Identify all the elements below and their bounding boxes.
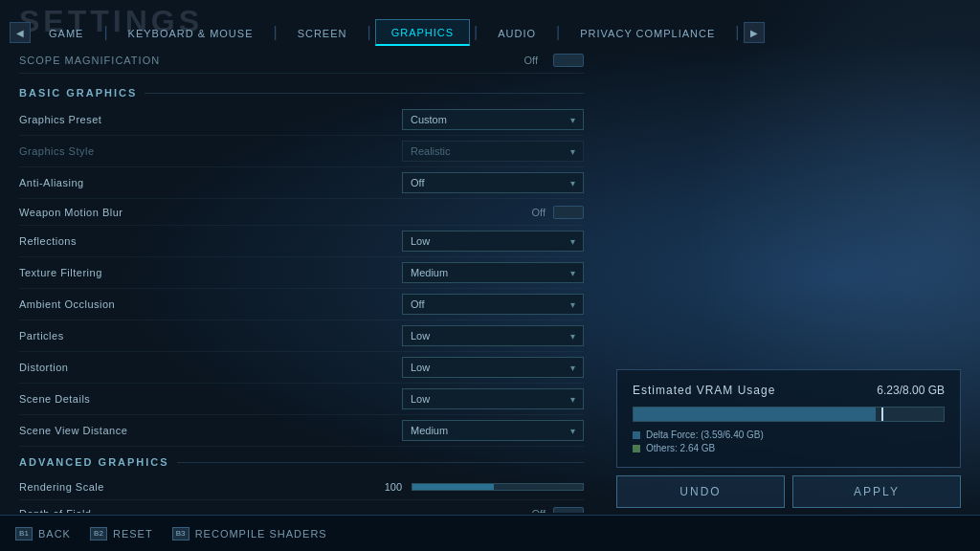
scene-details-select[interactable]: Low ▾ — [402, 388, 584, 409]
chevron-icon-5: ▾ — [570, 268, 575, 278]
chevron-icon-7: ▾ — [570, 331, 575, 342]
distortion-label: Distortion — [19, 362, 68, 373]
nav-divider-3: | — [365, 24, 372, 41]
texture-filtering-row: Texture Filtering Medium ▾ — [19, 257, 584, 289]
advanced-graphics-header: Advanced Graphics — [19, 447, 584, 474]
nav-divider-6: | — [733, 24, 741, 41]
action-buttons: Undo Apply — [616, 475, 961, 508]
recompile-label: Recompile Shaders — [195, 528, 327, 540]
graphics-style-select[interactable]: Realistic ▾ — [402, 141, 584, 162]
right-panel: Estimated VRAM Usage 6.23/8.00 GB Delta … — [616, 369, 961, 508]
weapon-motion-blur-row: Weapon Motion Blur Off — [19, 199, 584, 226]
chevron-icon-2: ▾ — [570, 146, 575, 157]
depth-of-field-toggle[interactable] — [553, 507, 584, 514]
recompile-key: B3 — [172, 527, 189, 540]
settings-content: Scope Magnification Off Basic Graphics G… — [0, 48, 603, 513]
basic-graphics-header: Basic Graphics — [19, 77, 584, 104]
distortion-select[interactable]: Low ▾ — [402, 357, 584, 378]
texture-filtering-select[interactable]: Medium ▾ — [402, 262, 584, 283]
scope-toggle[interactable] — [553, 54, 584, 67]
rendering-scale-row: Rendering Scale 100 — [19, 474, 584, 500]
back-button[interactable]: B1 Back — [15, 527, 71, 540]
vram-header: Estimated VRAM Usage 6.23/8.00 GB — [633, 384, 945, 397]
legend-dot-1 — [633, 431, 640, 439]
back-key: B1 — [15, 527, 33, 540]
chevron-icon-8: ▾ — [570, 363, 575, 373]
nav-divider-5: | — [554, 24, 562, 41]
apply-button[interactable]: Apply — [792, 475, 961, 508]
tab-audio[interactable]: Audio — [481, 19, 552, 46]
particles-label: Particles — [19, 330, 64, 342]
vram-bar-marker — [881, 408, 883, 421]
vram-legend-item-2: Others: 2.64 GB — [633, 443, 945, 453]
scene-details-row: Scene Details Low ▾ — [19, 384, 584, 415]
nav-right-button[interactable]: ▶ — [744, 22, 765, 43]
vram-legend-item-1: Delta Force: (3.59/6.40 GB) — [633, 430, 945, 440]
scene-details-label: Scene Details — [19, 393, 90, 405]
anti-aliasing-label: Anti-Aliasing — [19, 177, 84, 188]
rendering-scale-track[interactable] — [412, 483, 584, 491]
depth-of-field-toggle-row: Off — [532, 507, 584, 514]
vram-bar-track — [633, 407, 945, 422]
nav-divider-4: | — [472, 24, 479, 41]
scene-view-distance-label: Scene View Distance — [19, 425, 127, 436]
vram-legend-text-2: Others: 2.64 GB — [646, 443, 715, 453]
vram-legend-text-1: Delta Force: (3.59/6.40 GB) — [646, 430, 764, 440]
rendering-scale-value: 100 — [373, 481, 402, 493]
texture-filtering-label: Texture Filtering — [19, 267, 102, 278]
undo-button[interactable]: Undo — [616, 475, 785, 508]
distortion-row: Distortion Low ▾ — [19, 352, 584, 384]
ambient-occlusion-select[interactable]: Off ▾ — [402, 294, 584, 315]
navigation-bar: ◀ Game | Keyboard & Mouse | Screen | Gra… — [0, 17, 980, 48]
vram-section: Estimated VRAM Usage 6.23/8.00 GB Delta … — [616, 369, 961, 468]
scene-view-distance-row: Scene View Distance Medium ▾ — [19, 415, 584, 447]
depth-of-field-value: Off — [532, 508, 546, 514]
weapon-motion-blur-label: Weapon Motion Blur — [19, 207, 122, 218]
vram-value: 6.23/8.00 GB — [877, 384, 945, 397]
chevron-icon-4: ▾ — [570, 236, 575, 247]
graphics-preset-label: Graphics Preset — [19, 114, 101, 125]
chevron-icon-10: ▾ — [570, 426, 575, 436]
particles-row: Particles Low ▾ — [19, 320, 584, 352]
legend-dot-2 — [633, 445, 640, 452]
tab-privacy[interactable]: Privacy Compliance — [564, 19, 731, 46]
tab-keyboard[interactable]: Keyboard & Mouse — [112, 19, 270, 46]
chevron-icon-9: ▾ — [570, 394, 575, 405]
scope-value: Off — [524, 55, 538, 66]
graphics-preset-row: Graphics Preset Custom ▾ — [19, 104, 584, 136]
nav-divider-2: | — [271, 24, 278, 41]
bottom-bar: B1 Back B2 Reset B3 Recompile Shaders — [0, 515, 980, 551]
reset-button[interactable]: B2 Reset — [90, 527, 153, 540]
depth-of-field-label: Depth of Field — [19, 508, 91, 514]
nav-left-button[interactable]: ◀ — [10, 22, 31, 43]
tab-game[interactable]: Game — [33, 19, 100, 46]
scope-label: Scope Magnification — [19, 55, 160, 66]
tab-screen[interactable]: Screen — [281, 19, 364, 46]
reflections-label: Reflections — [19, 235, 77, 247]
graphics-style-row: Graphics Style Realistic ▾ — [19, 136, 584, 167]
scene-view-distance-select[interactable]: Medium ▾ — [402, 420, 584, 441]
ambient-occlusion-row: Ambient Occlusion Off ▾ — [19, 289, 584, 320]
reflections-select[interactable]: Low ▾ — [402, 231, 584, 252]
chevron-icon-3: ▾ — [570, 178, 575, 188]
back-label: Back — [38, 528, 71, 540]
reflections-row: Reflections Low ▾ — [19, 226, 584, 257]
weapon-motion-blur-value: Off — [532, 207, 546, 218]
recompile-button[interactable]: B3 Recompile Shaders — [172, 527, 327, 540]
chevron-icon: ▾ — [570, 115, 575, 125]
weapon-motion-blur-toggle-row: Off — [532, 206, 584, 219]
nav-divider-1: | — [101, 24, 109, 41]
tab-graphics[interactable]: Graphics — [375, 19, 470, 46]
weapon-motion-blur-toggle[interactable] — [553, 206, 584, 219]
scope-magnification-row: Scope Magnification Off — [19, 48, 584, 74]
vram-title: Estimated VRAM Usage — [633, 384, 775, 397]
graphics-preset-select[interactable]: Custom ▾ — [402, 109, 584, 130]
particles-select[interactable]: Low ▾ — [402, 325, 584, 346]
anti-aliasing-select[interactable]: Off ▾ — [402, 172, 584, 193]
ambient-occlusion-label: Ambient Occlusion — [19, 298, 115, 310]
vram-legend: Delta Force: (3.59/6.40 GB) Others: 2.64… — [633, 430, 945, 453]
vram-bar-fill — [634, 408, 876, 421]
depth-of-field-row: Depth of Field Off — [19, 500, 584, 513]
chevron-icon-6: ▾ — [570, 299, 575, 310]
scope-toggle-row: Off — [524, 54, 584, 67]
